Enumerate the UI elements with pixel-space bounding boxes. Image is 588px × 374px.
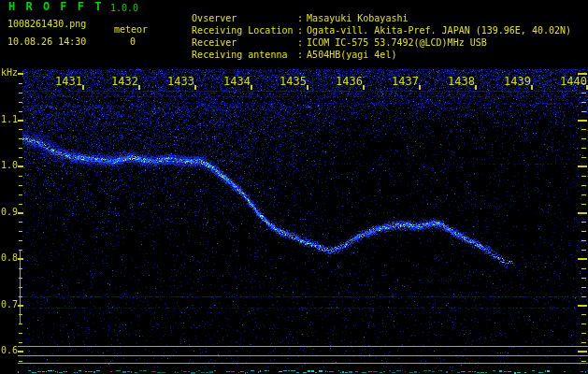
station-label: Receiving antenna — [192, 50, 297, 60]
freq-tick-label: 0.7 — [0, 300, 18, 309]
time-tick-label: 1432 — [110, 77, 138, 87]
time-tick-label: 1439 — [503, 77, 531, 87]
time-tick-label: 1438 — [447, 77, 475, 87]
freq-tick-label: 0.8 — [0, 253, 18, 263]
meteor-count-label: meteor — [114, 24, 148, 35]
freq-tick-label: 1.1 — [0, 115, 18, 124]
time-tick-label: 1440 — [559, 77, 587, 87]
app-title: H R O F F T — [8, 2, 103, 12]
hrofft-window: H R O F F T 1.0.0 1008261430.png meteor … — [0, 0, 588, 374]
app-version: 1.0.0 — [110, 3, 138, 13]
station-separator: : — [297, 50, 307, 60]
time-tick-label: 1433 — [166, 77, 194, 87]
time-tick-label: 1436 — [335, 77, 363, 87]
capture-filename: 1008261430.png — [7, 19, 86, 29]
time-tick-label: 1435 — [279, 77, 307, 87]
time-tick-label: 1437 — [391, 77, 419, 87]
time-tick-label: 1434 — [222, 77, 251, 87]
station-row-antenna: Receiving antenna:A504HB(yagi 4el) — [169, 39, 396, 70]
meteor-count-value: 0 — [130, 36, 136, 47]
time-tick-label: 1431 — [54, 77, 82, 87]
freq-tick-label: 1.0 — [0, 161, 18, 170]
freq-tick-label: 0.6 — [0, 346, 18, 355]
freq-axis-unit: kHz — [1, 67, 18, 78]
capture-datetime: 10.08.26 14:30 — [7, 36, 86, 47]
station-value: A504HB(yagi 4el) — [307, 50, 396, 60]
freq-tick-label: 0.9 — [0, 208, 18, 217]
